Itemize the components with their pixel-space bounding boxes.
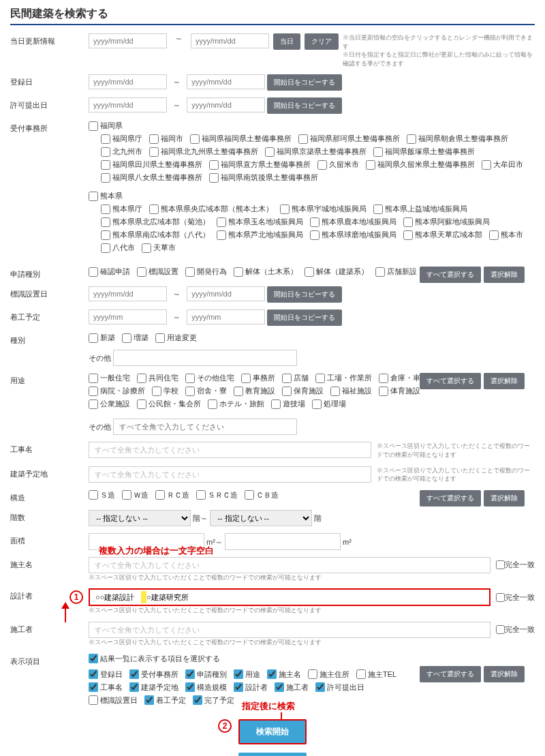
startdate-from[interactable] <box>89 309 167 324</box>
cb-use-2-2[interactable]: ホテル・旅館 <box>208 399 264 409</box>
selectall-structure[interactable]: すべて選択する <box>420 490 481 506</box>
cb-apptype-0[interactable]: 確認申請 <box>89 267 130 277</box>
cb-display-15[interactable]: 完了予定 <box>193 695 234 706</box>
cb-kumamoto-6[interactable]: 熊本県鹿本地域振興局 <box>310 217 396 227</box>
deselect-display[interactable]: 選択解除 <box>484 666 525 682</box>
cb-display-11[interactable]: 施工者 <box>275 682 309 693</box>
cb-fukuoka-15[interactable]: 福岡県南筑後県土整備事務所 <box>209 172 318 183</box>
cb-display-2[interactable]: 申請種別 <box>185 669 227 680</box>
cb-display-8[interactable]: 建築予定地 <box>129 682 178 693</box>
cb-use-1-0[interactable]: 病院・診療所 <box>89 386 145 396</box>
deselect-use[interactable]: 選択解除 <box>484 373 525 389</box>
cb-apptype-1[interactable]: 標識設置 <box>137 267 178 277</box>
cb-kumamoto-pref[interactable]: 熊本県 <box>89 191 123 201</box>
signdate-to[interactable] <box>187 286 265 301</box>
csv-button[interactable]: CSV出力 <box>238 753 307 756</box>
cb-fukuoka-12[interactable]: 福岡県久留米県土整備事務所 <box>366 160 475 170</box>
cb-kind-1[interactable]: 増築 <box>122 333 149 343</box>
cb-display-7[interactable]: 工事名 <box>89 682 123 693</box>
cb-kumamoto-3[interactable]: 熊本県上益城地域振興局 <box>373 204 467 214</box>
cb-structure-0[interactable]: Ｓ造 <box>89 490 115 500</box>
cb-kumamoto-9[interactable]: 熊本県芦北地域振興局 <box>217 230 303 240</box>
cb-display-1[interactable]: 受付事務所 <box>129 669 178 680</box>
cb-structure-3[interactable]: ＳＲＣ造 <box>196 490 238 500</box>
cb-structure-2[interactable]: ＲＣ造 <box>155 490 189 500</box>
use-other-input[interactable] <box>113 419 297 435</box>
cb-use-0-3[interactable]: 事務所 <box>241 373 275 383</box>
cb-kind-2[interactable]: 用途変更 <box>155 333 197 343</box>
cb-structure-1[interactable]: Ｗ造 <box>122 490 149 500</box>
cb-use-0-5[interactable]: 工場・作業所 <box>315 373 372 383</box>
cb-kumamoto-12[interactable]: 熊本市 <box>489 230 523 240</box>
cb-use-2-4[interactable]: 処理場 <box>312 399 346 409</box>
cb-apptype-4[interactable]: 解体（建築系） <box>305 267 369 277</box>
owner-exact[interactable]: 完全一致 <box>496 560 535 570</box>
today-button[interactable]: 当日 <box>273 33 300 50</box>
cb-use-0-4[interactable]: 店舗 <box>282 373 309 383</box>
cb-use-1-6[interactable]: 体育施設 <box>379 386 420 396</box>
permit-to[interactable] <box>187 97 265 112</box>
cb-fukuoka-10[interactable]: 福岡県直方県土整備事務所 <box>209 160 311 170</box>
cb-kumamoto-4[interactable]: 熊本県県北広域本部（菊池） <box>101 217 210 227</box>
cb-kind-0[interactable]: 新築 <box>89 333 115 343</box>
cb-display-9[interactable]: 構造規模 <box>185 682 227 693</box>
cb-kumamoto-14[interactable]: 天草市 <box>142 243 176 253</box>
cb-apptype-2[interactable]: 開発行為 <box>185 267 227 277</box>
cb-use-2-0[interactable]: 公衆施設 <box>89 399 130 409</box>
cb-use-0-0[interactable]: 一般住宅 <box>89 373 130 383</box>
builder-exact[interactable]: 完全一致 <box>496 624 535 635</box>
cb-fukuoka-3[interactable]: 福岡県那珂県土整備事務所 <box>298 134 400 144</box>
designer-exact[interactable]: 完全一致 <box>496 592 535 603</box>
cb-fukuoka-0[interactable]: 福岡県庁 <box>101 134 142 144</box>
area-to[interactable] <box>225 533 341 550</box>
cb-apptype-3[interactable]: 解体（土木系） <box>234 267 298 277</box>
cb-fukuoka-7[interactable]: 福岡県京築県土整備事務所 <box>265 147 367 157</box>
cb-display-3[interactable]: 用途 <box>234 669 260 680</box>
cb-kumamoto-10[interactable]: 熊本県球磨地域振興局 <box>310 230 396 240</box>
cb-fukuoka-1[interactable]: 福岡市 <box>149 134 183 144</box>
selectall-use[interactable]: すべて選択する <box>420 373 481 389</box>
registered-to[interactable] <box>187 74 265 89</box>
cb-kumamoto-13[interactable]: 八代市 <box>101 243 135 253</box>
cb-fukuoka-13[interactable]: 大牟田市 <box>482 160 523 170</box>
deselect-structure[interactable]: 選択解除 <box>484 490 525 506</box>
cb-fukuoka-14[interactable]: 福岡県八女県土整備事務所 <box>101 172 202 183</box>
update-to[interactable] <box>191 33 269 48</box>
clear-button[interactable]: クリア <box>305 33 339 50</box>
search-button[interactable]: 検索開始 <box>238 719 307 744</box>
builder-input[interactable] <box>89 622 490 638</box>
cb-kumamoto-11[interactable]: 熊本県天草広域本部 <box>403 230 482 240</box>
deselect-apptype[interactable]: 選択解除 <box>484 267 525 283</box>
copy-start-registered[interactable]: 開始日をコピーする <box>267 74 342 91</box>
permit-from[interactable] <box>89 97 167 112</box>
cb-fukuoka-9[interactable]: 福岡県田川県土整備事務所 <box>101 160 202 170</box>
cb-display-14[interactable]: 着工予定 <box>144 695 186 706</box>
cb-fukuoka-pref[interactable]: 福岡県 <box>89 121 123 131</box>
cb-fukuoka-4[interactable]: 福岡県朝倉県土整備事務所 <box>407 134 508 144</box>
cb-fukuoka-5[interactable]: 北九州市 <box>101 147 142 157</box>
cb-use-2-3[interactable]: 遊技場 <box>271 399 305 409</box>
cb-use-1-1[interactable]: 学校 <box>152 386 178 396</box>
cb-fukuoka-11[interactable]: 久留米市 <box>317 160 359 170</box>
cb-apptype-5[interactable]: 店舗新設 <box>375 267 417 277</box>
cb-display-4[interactable]: 施主名 <box>267 669 301 680</box>
cb-kumamoto-0[interactable]: 熊本県庁 <box>101 204 142 214</box>
copy-start-permit[interactable]: 開始日をコピーする <box>267 97 342 114</box>
update-from[interactable] <box>89 33 167 48</box>
selectall-apptype[interactable]: すべて選択する <box>420 267 481 283</box>
cb-use-1-4[interactable]: 保育施設 <box>282 386 324 396</box>
cb-use-0-2[interactable]: その他住宅 <box>185 373 234 383</box>
signdate-from[interactable] <box>89 286 167 301</box>
startdate-to[interactable] <box>187 309 265 324</box>
designer-input[interactable] <box>89 588 490 606</box>
cb-display-6[interactable]: 施主TEL <box>356 669 396 680</box>
selectall-display[interactable]: すべて選択する <box>420 666 481 682</box>
cb-use-1-5[interactable]: 福祉施設 <box>330 386 372 396</box>
copy-start-start[interactable]: 開始日をコピーする <box>267 309 342 326</box>
cb-display-head[interactable]: 結果一覧に表示する項目を選択する <box>89 654 220 664</box>
cb-structure-4[interactable]: ＣＢ造 <box>245 490 279 500</box>
cb-kumamoto-7[interactable]: 熊本県阿蘇地域振興局 <box>403 217 490 227</box>
registered-from[interactable] <box>89 74 167 89</box>
cb-kumamoto-2[interactable]: 熊本県宇城地域振興局 <box>280 204 367 214</box>
cb-fukuoka-6[interactable]: 福岡県北九州県土整備事務所 <box>149 147 258 157</box>
